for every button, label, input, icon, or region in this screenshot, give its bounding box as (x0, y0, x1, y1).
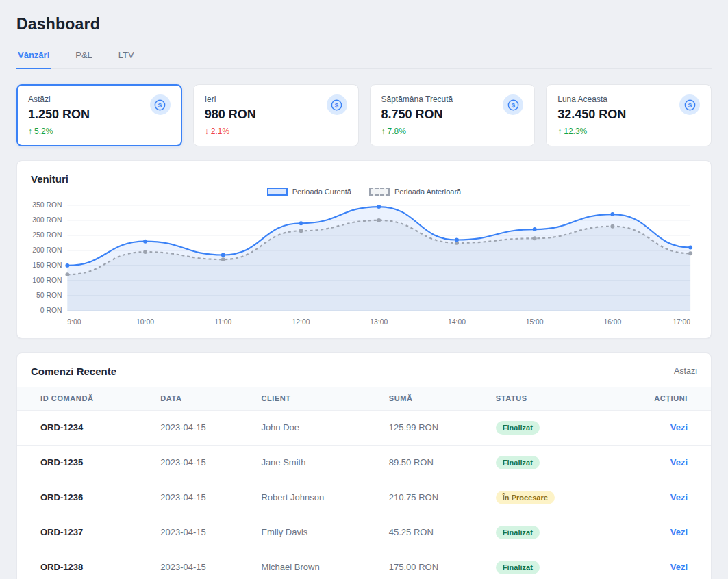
col-header-status: Status (486, 387, 607, 411)
svg-text:$: $ (335, 101, 339, 109)
order-client: Robert Johnson (251, 480, 379, 515)
order-client: Jane Smith (251, 445, 379, 480)
svg-text:10:00: 10:00 (136, 318, 154, 326)
svg-text:16:00: 16:00 (603, 318, 621, 326)
stat-label: Astăzi (28, 94, 90, 104)
dollar-circle-icon: $ (679, 94, 700, 115)
stat-change-value: 12.3% (564, 127, 587, 136)
status-badge: Finalizat (496, 421, 540, 435)
svg-text:150 RON: 150 RON (32, 261, 62, 269)
order-id: ORD-1236 (17, 480, 151, 515)
tab-bar: Vânzări P&L LTV (16, 47, 712, 69)
svg-text:17:00: 17:00 (673, 318, 690, 326)
dollar-circle-icon: $ (150, 94, 171, 115)
svg-text:350 RON: 350 RON (32, 201, 62, 209)
chart-area: 0 RON50 RON100 RON150 RON200 RON250 RON3… (31, 197, 697, 330)
dollar-circle-icon: $ (503, 94, 523, 115)
tab-vanzari[interactable]: Vânzări (16, 47, 51, 69)
legend-item-current-period[interactable]: Perioada Curentă (267, 188, 351, 196)
view-order-link[interactable]: Vezi (670, 457, 688, 467)
order-amount: 125.99 RON (379, 410, 486, 445)
legend-swatch-dashed (369, 188, 390, 196)
dashboard-page: Dashboard Vânzări P&L LTV Astăzi 1.250 R… (0, 0, 728, 579)
view-order-link[interactable]: Vezi (670, 527, 688, 537)
stat-change: ↓ 2.1% (205, 127, 256, 136)
order-amount: 210.75 RON (379, 480, 486, 515)
svg-text:0 RON: 0 RON (40, 307, 62, 314)
stat-change-value: 5.2% (34, 127, 53, 136)
svg-text:100 RON: 100 RON (32, 276, 62, 284)
tab-ltv[interactable]: LTV (117, 47, 136, 69)
chart-title: Venituri (31, 173, 697, 185)
svg-text:15:00: 15:00 (526, 318, 544, 326)
order-amount: 89.50 RON (379, 445, 486, 480)
order-id: ORD-1234 (17, 410, 151, 445)
order-date: 2023-04-15 (151, 410, 251, 445)
table-row: ORD-1236 2023-04-15 Robert Johnson 210.7… (17, 480, 711, 515)
orders-period-label: Astăzi (674, 366, 697, 376)
revenue-line-chart: 0 RON50 RON100 RON150 RON200 RON250 RON3… (31, 197, 697, 330)
orders-table: ID Comandă Data Client Sumă Status Acțiu… (17, 387, 711, 579)
revenue-chart-card: Venituri Perioada Curentă Perioada Anter… (16, 160, 712, 339)
status-badge: În Procesare (496, 491, 555, 504)
page-title: Dashboard (16, 15, 712, 34)
order-date: 2023-04-15 (151, 480, 251, 515)
order-date: 2023-04-15 (151, 445, 251, 480)
legend-swatch-solid (267, 188, 288, 196)
legend-item-previous-period[interactable]: Perioada Anterioară (369, 188, 461, 196)
view-order-link[interactable]: Vezi (670, 492, 688, 502)
svg-text:13:00: 13:00 (370, 318, 388, 326)
stat-value: 1.250 RON (28, 107, 90, 122)
tab-pl[interactable]: P&L (74, 47, 94, 69)
view-order-link[interactable]: Vezi (670, 562, 688, 572)
stat-value: 980 RON (205, 107, 256, 122)
svg-text:$: $ (158, 101, 162, 109)
stat-change-value: 7.8% (388, 127, 406, 136)
trend-up-icon: ↑ (557, 127, 562, 136)
stat-card-this-month[interactable]: Luna Aceasta 32.450 RON ↑ 12.3% $ (546, 84, 712, 146)
trend-up-icon: ↑ (28, 127, 32, 136)
status-badge: Finalizat (496, 561, 540, 574)
svg-text:9:00: 9:00 (67, 318, 81, 326)
order-amount: 175.00 RON (379, 550, 486, 579)
svg-text:300 RON: 300 RON (32, 216, 62, 224)
table-row: ORD-1238 2023-04-15 Michael Brown 175.00… (17, 550, 711, 579)
trend-up-icon: ↑ (381, 127, 386, 136)
order-date: 2023-04-15 (151, 515, 251, 550)
stat-card-last-week[interactable]: Săptămâna Trecută 8.750 RON ↑ 7.8% $ (370, 84, 536, 146)
stat-change: ↑ 7.8% (381, 127, 453, 136)
trend-down-icon: ↓ (205, 127, 209, 136)
chart-legend: Perioada Curentă Perioada Anterioară (31, 188, 697, 196)
svg-text:12:00: 12:00 (292, 318, 310, 326)
col-header-date: Data (151, 387, 251, 411)
status-badge: Finalizat (496, 526, 540, 539)
order-client: Michael Brown (251, 550, 379, 579)
stat-card-yesterday[interactable]: Ieri 980 RON ↓ 2.1% $ (193, 84, 359, 146)
order-client: Emily Davis (251, 515, 379, 550)
order-date: 2023-04-15 (151, 550, 251, 579)
stat-change: ↑ 12.3% (557, 127, 626, 136)
svg-text:11:00: 11:00 (214, 318, 231, 326)
orders-title: Comenzi Recente (31, 365, 116, 377)
col-header-actions: Acțiuni (607, 387, 711, 411)
recent-orders-card: Comenzi Recente Astăzi ID Comandă Data C… (16, 352, 712, 579)
col-header-order-id: ID Comandă (17, 387, 151, 411)
order-id: ORD-1235 (17, 445, 151, 480)
table-row: ORD-1237 2023-04-15 Emily Davis 45.25 RO… (17, 515, 711, 550)
view-order-link[interactable]: Vezi (670, 422, 688, 433)
table-header-row: ID Comandă Data Client Sumă Status Acțiu… (17, 387, 711, 411)
order-id: ORD-1238 (17, 550, 151, 579)
legend-label: Perioada Curentă (292, 188, 351, 196)
svg-text:$: $ (512, 101, 516, 109)
stat-value: 8.750 RON (381, 107, 453, 122)
stat-card-today[interactable]: Astăzi 1.250 RON ↑ 5.2% $ (16, 84, 182, 146)
svg-text:250 RON: 250 RON (32, 231, 62, 239)
svg-text:200 RON: 200 RON (32, 246, 62, 254)
col-header-amount: Sumă (379, 387, 486, 411)
legend-label: Perioada Anterioară (394, 188, 461, 196)
dollar-circle-icon: $ (327, 94, 347, 115)
order-id: ORD-1237 (17, 515, 151, 550)
order-amount: 45.25 RON (379, 515, 486, 550)
status-badge: Finalizat (496, 456, 540, 469)
order-client: John Doe (251, 410, 379, 445)
